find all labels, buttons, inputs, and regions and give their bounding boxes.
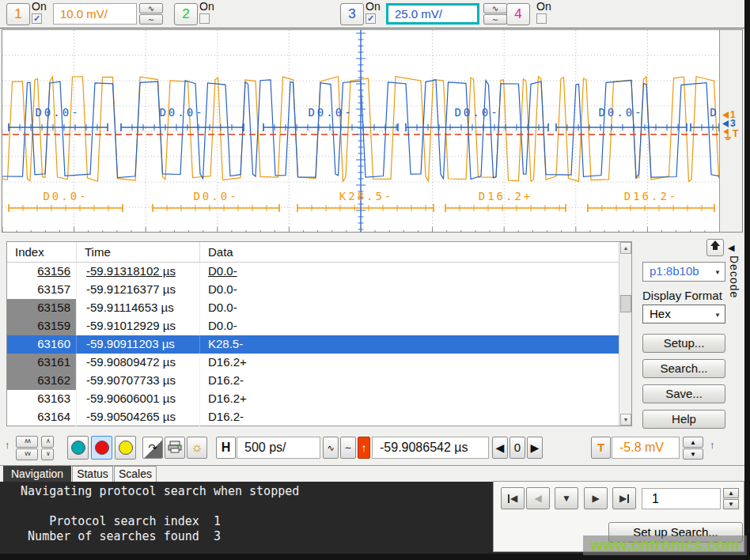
reference-point-icon[interactable]: ↑ [358, 437, 370, 459]
collapse-left-icon: ◀ [728, 243, 734, 252]
zero-position-button[interactable]: 0 [509, 437, 525, 459]
scroll-chevrons-up-button[interactable]: ∧∧ [16, 436, 38, 448]
channel-4-on-checkbox[interactable] [536, 13, 547, 24]
trigger-level-down-icon[interactable]: ▼ [683, 448, 703, 460]
scrollbar-thumb[interactable] [620, 295, 631, 312]
decode-bus-selector[interactable]: p1:8b10b ▼ [642, 262, 725, 282]
tab-status[interactable]: Status [72, 466, 113, 482]
decode-table: Index Time Data 63156-59.91318102 µsD0.0… [6, 241, 632, 426]
channel-3-on-checkbox[interactable]: ✓ [366, 13, 376, 24]
single-button[interactable] [115, 436, 136, 460]
decode-bus-label: D0.0- [35, 106, 80, 119]
trigger-level-marker-icon[interactable]: T [722, 127, 738, 140]
sine-wave-icon[interactable]: ∼ [340, 437, 356, 459]
decode-bus-label: D0.0- [598, 106, 643, 119]
step-down-button[interactable]: ∨ [41, 448, 54, 460]
channel-1-on-checkbox[interactable]: ✓ [32, 13, 42, 24]
horizontal-button[interactable]: H [216, 437, 236, 459]
decode-panel-tab[interactable]: ◀ Decode [728, 240, 742, 327]
pan-right-icon[interactable]: ▶ [527, 437, 543, 459]
channel-1-on-label: On [32, 0, 47, 13]
last-result-button[interactable]: ▶ [612, 487, 636, 509]
channel-3-button[interactable]: 3 [340, 3, 364, 25]
status-text: Navigating protocol search when stopped … [6, 484, 299, 544]
decode-bus-label: D0.0- [43, 190, 88, 202]
table-row[interactable]: 63162-59.90707733 µsD16.2- [7, 372, 631, 390]
display-format-select[interactable]: Hex ▼ [642, 305, 725, 324]
decode-bus-label: D0.0- [308, 106, 353, 119]
step-up-button[interactable]: ∧ [41, 436, 54, 448]
column-index: Index [7, 242, 77, 262]
previous-result-button[interactable]: ◀ [526, 487, 550, 509]
channel-3-coupling-icon[interactable]: ∿ [483, 3, 507, 13]
channel-1-coupling-icon[interactable]: ∿ [139, 3, 163, 13]
search-button[interactable]: Search... [642, 359, 725, 378]
decode-table-header: Index Time Data [7, 242, 631, 263]
index-up-icon[interactable]: ▲ [723, 488, 739, 498]
scroll-chevrons-down-button[interactable]: ∨∨ [16, 448, 38, 460]
channel-4-on-label: On [536, 0, 551, 13]
stop-button[interactable] [91, 436, 112, 460]
trigger-level-field[interactable]: -5.8 mV [612, 437, 680, 459]
save-button[interactable]: Save... [642, 384, 725, 403]
table-row[interactable]: 63164-59.90504265 µsD16.2- [7, 408, 631, 426]
decode-bus-label: D [710, 106, 718, 119]
decode-bus-label: D0.0- [193, 190, 238, 202]
help-button[interactable]: Help [642, 410, 725, 429]
pan-left-icon[interactable]: ◀ [492, 437, 508, 459]
table-row[interactable]: 63156-59.91318102 µsD0.0- [7, 263, 631, 281]
chevron-down-icon: ▼ [714, 269, 721, 276]
next-result-button[interactable]: ▶ [584, 487, 608, 509]
tab-scales[interactable]: Scales [114, 466, 157, 482]
channel-3-scale-field[interactable]: 25.0 mV/ [386, 3, 479, 25]
display-format-label: Display Format [642, 289, 722, 302]
scroll-down-icon[interactable]: ▼ [620, 414, 631, 426]
table-row[interactable]: 63158-59.91114653 µsD0.0- [7, 299, 631, 317]
run-button[interactable] [67, 436, 89, 460]
channel-4-button[interactable]: 4 [506, 3, 530, 25]
table-row[interactable]: 63159-59.91012929 µsD0.0- [7, 317, 631, 335]
waveform-display[interactable]: D0.0-D0.0-D0.0-D0.0-D0.0-DD0.0-D0.0-K28.… [2, 29, 743, 233]
down-result-button[interactable]: ▼ [555, 487, 578, 509]
scroll-up-icon[interactable]: ▲ [620, 242, 631, 254]
status-tabs: Navigation Status Scales [0, 466, 744, 482]
table-row[interactable]: 63157-59.91216377 µsD0.0- [7, 281, 631, 299]
search-index-field[interactable]: 1 [642, 488, 721, 509]
cursor-arrow-icon: ↑ [710, 439, 715, 451]
channel-2-button[interactable]: 2 [174, 3, 198, 25]
decode-bus-label: D0.0- [454, 106, 499, 119]
setup-button[interactable]: Setup... [642, 334, 725, 353]
listing-section: Index Time Data 63156-59.91318102 µsD0.0… [0, 233, 744, 431]
channel-2-on-label: On [199, 0, 214, 13]
watermark: www.cntronics.com [583, 535, 747, 555]
table-scrollbar[interactable]: ▲ ▼ [619, 242, 631, 426]
channel-3-waveform-icon[interactable]: ∼ [483, 14, 507, 25]
channel-1-waveform-icon[interactable]: ∼ [139, 14, 163, 25]
decode-bus-label: K28.5- [339, 190, 394, 202]
expand-up-button[interactable] [706, 239, 724, 256]
brightness-icon[interactable]: ☼ [187, 437, 207, 459]
trigger-level-up-icon[interactable]: ▲ [683, 437, 703, 448]
table-row[interactable]: 63161-59.90809472 µsD16.2+ [7, 354, 631, 372]
channel-2-on-checkbox[interactable] [199, 13, 210, 24]
decode-panel-title: Decode [728, 255, 741, 298]
index-down-icon[interactable]: ▼ [723, 499, 739, 509]
horizontal-position-field[interactable]: -59.9086542 µs [372, 437, 489, 459]
touch-toggle-icon[interactable]: ↷ [142, 437, 163, 459]
timebase-field[interactable]: 500 ps/ [237, 437, 320, 459]
channel-toolbar: 1 On ✓ 10.0 mV/ ∿ ∼ 2 On 3 On ✓ 25.0 mV/… [0, 0, 744, 28]
control-toolbar: ↑ ∧∧ ∨∨ ∧ ∨ ↷ ☼ H 500 ps/ ∿ ∼ ↑ -59.9086… [0, 431, 744, 466]
print-icon[interactable] [165, 437, 185, 459]
decode-bus-label: D16.2- [624, 190, 679, 202]
decode-table-body: 63156-59.91318102 µsD0.0-63157-59.912163… [7, 263, 631, 426]
first-result-button[interactable]: ◀ [501, 487, 525, 509]
cursor-arrow-icon: ↑ [5, 439, 10, 451]
zoom-wave-icon[interactable]: ∿ [323, 437, 339, 459]
channel-1-scale-field[interactable]: 10.0 mV/ [53, 3, 137, 25]
marker-gutter: 1 3 T [719, 30, 743, 233]
tab-navigation[interactable]: Navigation [3, 466, 71, 482]
channel-1-button[interactable]: 1 [6, 3, 30, 25]
table-row[interactable]: 63163-59.90606001 µsD16.2+ [7, 390, 631, 408]
table-row[interactable]: 63160-59.90911203 µsK28.5- [7, 335, 631, 354]
trigger-button[interactable]: T [591, 437, 611, 459]
